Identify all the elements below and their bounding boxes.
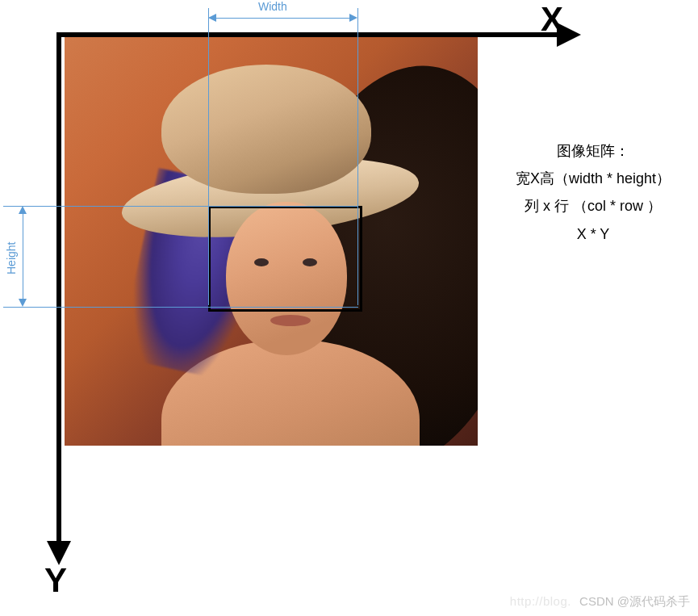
width-arrowhead-right-icon <box>349 14 357 22</box>
image-detail-mouth <box>270 315 311 326</box>
width-arrowhead-left-icon <box>208 14 216 22</box>
width-extension-left <box>208 8 209 305</box>
x-axis-line <box>56 32 557 37</box>
info-line-wh: 宽X高（width * height） <box>492 165 694 192</box>
info-line-colrow: 列 x 行 （col * row ） <box>492 192 694 220</box>
watermark-text: CSDN @源代码杀手 <box>579 594 690 608</box>
width-dimension-label: Width <box>258 0 287 13</box>
height-arrowhead-top-icon <box>19 206 27 214</box>
height-extension-top <box>3 206 358 207</box>
roi-rectangle <box>208 206 362 312</box>
height-arrowhead-bottom-icon <box>19 299 27 307</box>
height-dimension-line <box>23 214 23 299</box>
image-detail-hat-top <box>161 65 371 194</box>
x-axis-label: X <box>541 0 563 39</box>
watermark-faint: http://blog. <box>510 594 571 608</box>
height-extension-bottom <box>3 307 358 308</box>
width-extension-right <box>357 8 358 305</box>
info-text-block: 图像矩阵： 宽X高（width * height） 列 x 行 （col * r… <box>492 137 694 248</box>
info-line-xy: X * Y <box>492 220 694 248</box>
y-axis-label: Y <box>44 561 67 600</box>
y-axis-line <box>56 32 61 541</box>
info-title: 图像矩阵： <box>492 137 694 165</box>
width-dimension-line <box>216 18 349 19</box>
watermark: http://blog. CSDN @源代码杀手 <box>510 594 690 610</box>
diagram-canvas: X Y Width Height 图像矩阵： 宽X高（width * heigh… <box>0 0 698 616</box>
height-dimension-label: Height <box>5 242 18 274</box>
